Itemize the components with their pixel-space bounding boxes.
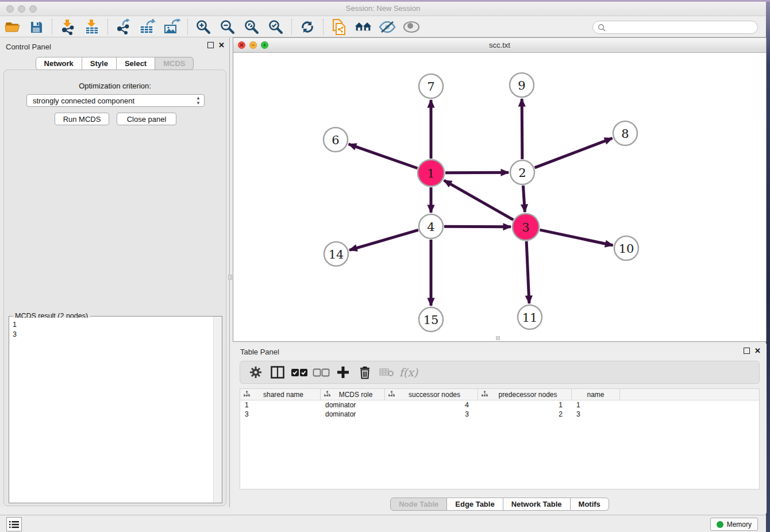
column-header-shared-name[interactable]: shared name	[240, 389, 321, 400]
table-cell[interactable]: 1	[572, 401, 620, 409]
graph-node-7[interactable]: 7	[419, 74, 443, 98]
task-history-button[interactable]	[6, 517, 22, 531]
table-cell[interactable]: 4	[385, 401, 478, 409]
graph-edge-2-9[interactable]	[522, 99, 522, 159]
zoom-in-icon[interactable]	[195, 19, 212, 35]
tab-motifs[interactable]: Motifs	[571, 498, 609, 511]
graph-edge-3-11[interactable]	[526, 241, 529, 303]
app-title: Session: New Session	[0, 4, 766, 13]
select-all-icon[interactable]	[290, 364, 309, 381]
show-all-icon[interactable]	[403, 19, 420, 35]
node-table[interactable]: shared nameMCDS rolesuccessor nodesprede…	[240, 388, 760, 489]
table-cell[interactable]: dominator	[321, 401, 385, 409]
graph-edge-2-3[interactable]	[523, 186, 525, 212]
splitter-grip[interactable]	[228, 275, 232, 280]
criterion-select[interactable]: strongly connected component ▲▼	[26, 94, 205, 107]
column-header-name[interactable]: name	[572, 389, 620, 400]
table-toolbar: f(x)	[240, 361, 760, 384]
graph-node-14[interactable]: 14	[324, 242, 348, 266]
app-titlebar: Session: New Session	[0, 2, 766, 16]
table-cell[interactable]: dominator	[321, 410, 385, 418]
deselect-all-icon[interactable]	[311, 364, 331, 381]
function-builder-icon: f(x)	[399, 364, 418, 381]
graph-node-2[interactable]: 2	[510, 160, 534, 184]
tab-mcds[interactable]: MCDS	[155, 57, 194, 70]
houses-icon[interactable]	[355, 19, 372, 35]
column-label: shared name	[252, 391, 320, 399]
gear-icon[interactable]	[246, 364, 265, 381]
column-view-icon[interactable]	[268, 364, 287, 381]
graph-node-10[interactable]: 10	[614, 236, 638, 260]
graph-node-9[interactable]: 9	[510, 73, 534, 97]
refresh-icon[interactable]	[299, 19, 316, 35]
graph-node-1[interactable]: 1	[418, 160, 444, 186]
save-icon[interactable]	[28, 19, 45, 35]
mcds-result-text[interactable]: 1 3	[9, 318, 213, 503]
mcds-result-scrollbar[interactable]	[213, 317, 222, 503]
svg-text:9: 9	[518, 79, 525, 92]
table-cell[interactable]: 1	[240, 401, 321, 409]
trash-icon[interactable]	[355, 364, 375, 381]
close-table-panel-icon[interactable]: ✕	[754, 348, 761, 354]
network-window-grip[interactable]	[496, 336, 500, 340]
zoom-selected-icon[interactable]	[267, 19, 284, 35]
column-label: predecessor nodes	[490, 391, 571, 399]
run-mcds-button[interactable]: Run MCDS	[55, 113, 109, 125]
search-input[interactable]	[606, 24, 757, 32]
svg-text:1: 1	[427, 167, 434, 180]
export-image-icon[interactable]	[163, 19, 180, 35]
criterion-value: strongly connected component	[33, 97, 134, 105]
graph-edge-4-14[interactable]	[349, 230, 418, 250]
open-folder-icon[interactable]	[3, 19, 21, 35]
import-table-icon[interactable]	[83, 19, 101, 35]
tab-node-table[interactable]: Node Table	[390, 498, 447, 511]
graph-edge-2-8[interactable]	[535, 138, 613, 168]
tab-style[interactable]: Style	[82, 57, 117, 70]
zoom-out-icon[interactable]	[219, 19, 236, 35]
export-table-icon[interactable]	[139, 19, 156, 35]
float-panel-icon[interactable]	[207, 42, 214, 48]
toolbar-separator	[107, 19, 108, 35]
close-panel-icon[interactable]: ✕	[218, 42, 225, 48]
close-panel-button[interactable]: Close panel	[117, 113, 176, 125]
graph-node-3[interactable]: 3	[513, 214, 539, 240]
table-panel: Table Panel ✕	[233, 344, 767, 513]
table-cell[interactable]: 1	[478, 401, 572, 409]
first-neighbors-icon[interactable]	[330, 19, 348, 35]
graph-edge-3-1[interactable]	[444, 180, 514, 220]
table-row[interactable]: 1dominator411	[240, 400, 759, 410]
hide-selected-icon[interactable]	[379, 19, 396, 35]
svg-text:14: 14	[329, 248, 344, 261]
network-graph-canvas[interactable]: 7968124314101511	[233, 53, 766, 341]
export-network-icon[interactable]	[115, 19, 132, 35]
graph-node-6[interactable]: 6	[324, 128, 348, 152]
column-header-MCDS-role[interactable]: MCDS role	[321, 389, 385, 400]
column-header-successor-nodes[interactable]: successor nodes	[385, 389, 478, 400]
tab-network[interactable]: Network	[36, 57, 82, 70]
graph-edge-1-2[interactable]	[445, 172, 509, 173]
node-table-header: shared nameMCDS rolesuccessor nodesprede…	[240, 389, 759, 400]
tab-select[interactable]: Select	[117, 57, 155, 70]
tab-edge-table[interactable]: Edge Table	[447, 498, 503, 511]
table-cell[interactable]: 3	[572, 410, 620, 418]
network-window-titlebar[interactable]: ✕ − + scc.txt	[233, 38, 766, 53]
add-icon[interactable]	[333, 364, 353, 381]
graph-edge-3-10[interactable]	[540, 230, 613, 245]
table-cell[interactable]: 3	[240, 410, 321, 418]
graph-node-8[interactable]: 8	[613, 121, 637, 145]
tab-network-table[interactable]: Network Table	[503, 498, 571, 511]
graph-edge-1-6[interactable]	[349, 144, 418, 168]
table-cell[interactable]: 2	[478, 410, 572, 418]
graph-node-11[interactable]: 11	[518, 305, 542, 329]
graph-node-4[interactable]: 4	[419, 214, 443, 238]
graph-edge-4-3[interactable]	[444, 226, 511, 227]
column-header-predecessor-nodes[interactable]: predecessor nodes	[478, 389, 572, 400]
float-table-panel-icon[interactable]	[744, 348, 750, 354]
table-cell[interactable]: 3	[385, 410, 478, 418]
import-network-icon[interactable]	[59, 19, 76, 35]
table-row[interactable]: 3dominator323	[240, 410, 759, 419]
memory-button[interactable]: Memory	[710, 518, 758, 531]
zoom-fit-icon[interactable]	[243, 19, 260, 35]
graph-node-15[interactable]: 15	[419, 307, 443, 331]
svg-text:15: 15	[424, 313, 439, 327]
